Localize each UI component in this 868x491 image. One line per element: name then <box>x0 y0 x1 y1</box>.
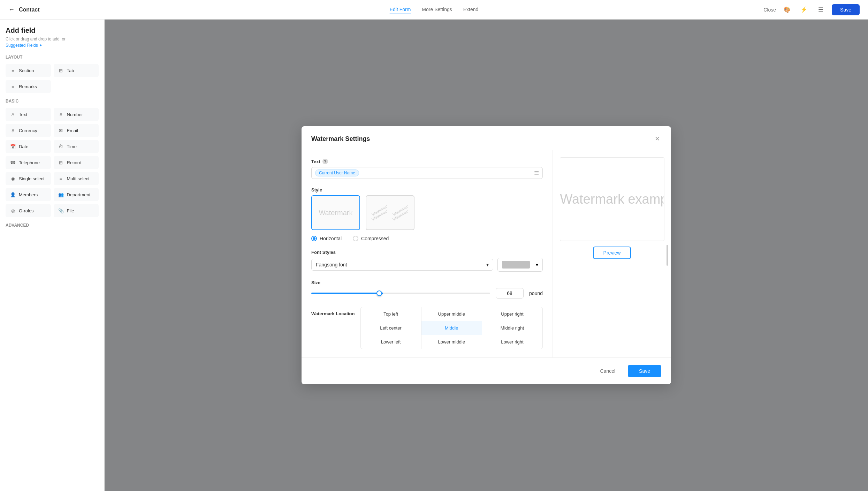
field-label-email: Email <box>67 128 78 133</box>
field-item-telephone[interactable]: ☎ Telephone <box>6 156 51 169</box>
text-help-icon[interactable]: ? <box>322 159 328 164</box>
modal-overlay: Watermark Settings ✕ Text ? Current Us <box>105 20 868 491</box>
compressed-radio-circle <box>353 236 358 241</box>
field-item-number[interactable]: # Number <box>54 108 99 121</box>
field-item-remarks[interactable]: ≡ Remarks <box>6 80 51 93</box>
page-title: Contact <box>19 7 40 13</box>
date-icon: 📅 <box>10 143 16 150</box>
field-label-section: Section <box>19 68 34 73</box>
compressed-label: Compressed <box>361 236 389 241</box>
field-label-telephone: Telephone <box>19 160 40 165</box>
text-input-action-icon[interactable]: ☰ <box>534 170 539 176</box>
currency-icon: $ <box>10 127 16 134</box>
style-compressed-box[interactable]: Watermar' Watermar' Watermar' Watermar' <box>366 195 414 230</box>
field-item-date[interactable]: 📅 Date <box>6 140 51 153</box>
horizontal-radio-dot <box>313 237 315 240</box>
basic-fields-grid: A Text # Number $ Currency ✉ Email 📅 Dat… <box>6 108 99 217</box>
location-upper-middle[interactable]: Upper middle <box>421 307 482 321</box>
department-icon: 👥 <box>58 191 64 198</box>
field-item-section[interactable]: ≡ Section <box>6 64 51 77</box>
remarks-icon: ≡ <box>10 83 16 90</box>
telephone-icon: ☎ <box>10 159 16 166</box>
field-item-o-roles[interactable]: ◎ O-roles <box>6 204 51 217</box>
palette-icon[interactable]: 🎨 <box>782 4 793 15</box>
field-label-tab: Tab <box>67 68 74 73</box>
font-chevron-icon: ▾ <box>486 262 489 267</box>
menu-icon[interactable]: ☰ <box>815 4 826 15</box>
watermark-preview-text: Watermark examp <box>560 192 664 207</box>
size-slider-wrapper[interactable] <box>311 290 490 297</box>
basic-section-label: Basic <box>6 99 99 104</box>
single-select-icon: ◉ <box>10 175 16 182</box>
field-item-text[interactable]: A Text <box>6 108 51 121</box>
scroll-thumb[interactable] <box>667 245 668 266</box>
location-lower-middle[interactable]: Lower middle <box>421 335 482 349</box>
style-radio-group: Horizontal Compressed <box>311 236 543 241</box>
field-item-file[interactable]: 📎 File <box>54 204 99 217</box>
tab-more-settings[interactable]: More Settings <box>422 5 452 14</box>
back-button[interactable]: ← <box>8 6 15 13</box>
modal-close-button[interactable]: ✕ <box>653 135 661 143</box>
text-input-wrapper[interactable]: Current User Name ☰ <box>311 167 543 179</box>
location-lower-right[interactable]: Lower right <box>482 335 542 349</box>
modal-footer: Cancel Save <box>302 357 671 384</box>
suggested-fields-link[interactable]: Suggested Fields ✦ <box>6 43 99 48</box>
compressed-watermark-preview: Watermar' Watermar' Watermar' Watermar' <box>371 208 409 217</box>
slider-thumb[interactable] <box>376 290 382 296</box>
field-item-single-select[interactable]: ◉ Single select <box>6 172 51 185</box>
field-item-email[interactable]: ✉ Email <box>54 124 99 137</box>
size-input[interactable] <box>496 288 524 299</box>
field-label-multi-select: Multi select <box>67 176 90 181</box>
watermark-preview-box: Watermark examp <box>560 157 664 241</box>
style-form-group: Style Watermark Watermar' Watermar' <box>311 187 543 241</box>
horizontal-radio[interactable]: Horizontal <box>311 236 342 241</box>
close-link[interactable]: Close <box>763 7 776 13</box>
section-icon: ≡ <box>10 67 16 74</box>
location-left-center[interactable]: Left center <box>361 321 421 335</box>
field-item-department[interactable]: 👥 Department <box>54 188 99 201</box>
text-icon: A <box>10 111 16 118</box>
location-upper-right[interactable]: Upper right <box>482 307 542 321</box>
font-name: Fangsong font <box>316 262 347 267</box>
size-form-group: Size pound <box>311 280 543 299</box>
location-middle-right[interactable]: Middle right <box>482 321 542 335</box>
field-item-time[interactable]: ⏱ Time <box>54 140 99 153</box>
compressed-radio[interactable]: Compressed <box>353 236 389 241</box>
style-horizontal-box[interactable]: Watermark <box>311 195 360 230</box>
save-button-top[interactable]: Save <box>832 4 860 15</box>
watermark-location-grid: Top left Upper middle Upper right Left c… <box>360 307 543 349</box>
cancel-button[interactable]: Cancel <box>592 365 624 377</box>
tab-edit-form[interactable]: Edit Form <box>390 5 411 14</box>
location-middle[interactable]: Middle <box>421 321 482 335</box>
location-top-left[interactable]: Top left <box>361 307 421 321</box>
field-item-multi-select[interactable]: ≡ Multi select <box>54 172 99 185</box>
watermark-settings-modal: Watermark Settings ✕ Text ? Current Us <box>302 126 671 384</box>
field-item-tab[interactable]: ⊞ Tab <box>54 64 99 77</box>
field-item-members[interactable]: 👤 Members <box>6 188 51 201</box>
color-select-dropdown[interactable]: ▾ <box>497 258 543 272</box>
tab-extend[interactable]: Extend <box>463 5 479 14</box>
field-item-currency[interactable]: $ Currency <box>6 124 51 137</box>
o-roles-icon: ◎ <box>10 207 16 214</box>
size-row: pound <box>311 288 543 299</box>
nav-tabs: Edit Form More Settings Extend <box>390 5 479 14</box>
record-icon: ⊞ <box>58 159 64 166</box>
field-label-department: Department <box>67 192 91 197</box>
font-styles-row: Fangsong font ▾ ▾ <box>311 258 543 272</box>
preview-button[interactable]: Preview <box>593 247 631 259</box>
location-row-top: Top left Upper middle Upper right <box>361 307 543 321</box>
email-icon: ✉ <box>58 127 64 134</box>
horizontal-watermark-preview: Watermark <box>319 209 352 217</box>
font-styles-label: Font Styles <box>311 250 543 255</box>
field-label-single-select: Single select <box>19 176 45 181</box>
save-button[interactable]: Save <box>628 365 661 377</box>
multi-select-icon: ≡ <box>58 175 64 182</box>
lightning-icon[interactable]: ⚡ <box>798 4 809 15</box>
font-select-dropdown[interactable]: Fangsong font ▾ <box>311 259 493 271</box>
location-lower-left[interactable]: Lower left <box>361 335 421 349</box>
field-item-record[interactable]: ⊞ Record <box>54 156 99 169</box>
modal-title: Watermark Settings <box>311 135 370 143</box>
watermark-location-label: Watermark Location <box>311 307 355 316</box>
text-label: Text ? <box>311 159 543 164</box>
size-unit-label: pound <box>529 290 543 296</box>
